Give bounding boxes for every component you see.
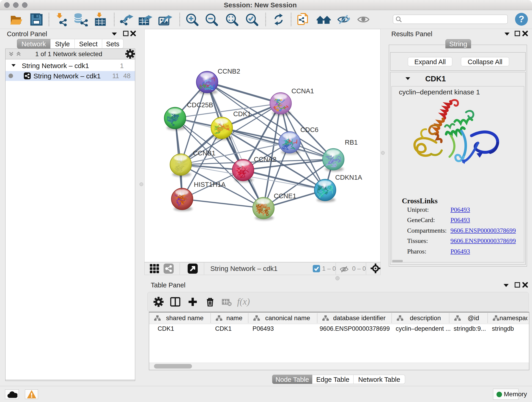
- svg-text:CCNE1: CCNE1: [274, 192, 296, 200]
- svg-text:CCNB2: CCNB2: [218, 68, 240, 75]
- svg-text:CDKN1A: CDKN1A: [335, 174, 362, 181]
- svg-text:CCNB1: CCNB1: [193, 149, 215, 157]
- svg-text:CDC6: CDC6: [300, 126, 318, 133]
- svg-text:CCNA1: CCNA1: [291, 87, 314, 95]
- svg-text:?: ?: [519, 14, 524, 24]
- svg-text:HIST1H1A: HIST1H1A: [194, 181, 226, 188]
- svg-text:CDC25B: CDC25B: [187, 101, 213, 109]
- svg-text:CCNA2: CCNA2: [254, 156, 276, 163]
- svg-text:RB1: RB1: [345, 139, 358, 146]
- svg-text:CDK1: CDK1: [233, 110, 251, 118]
